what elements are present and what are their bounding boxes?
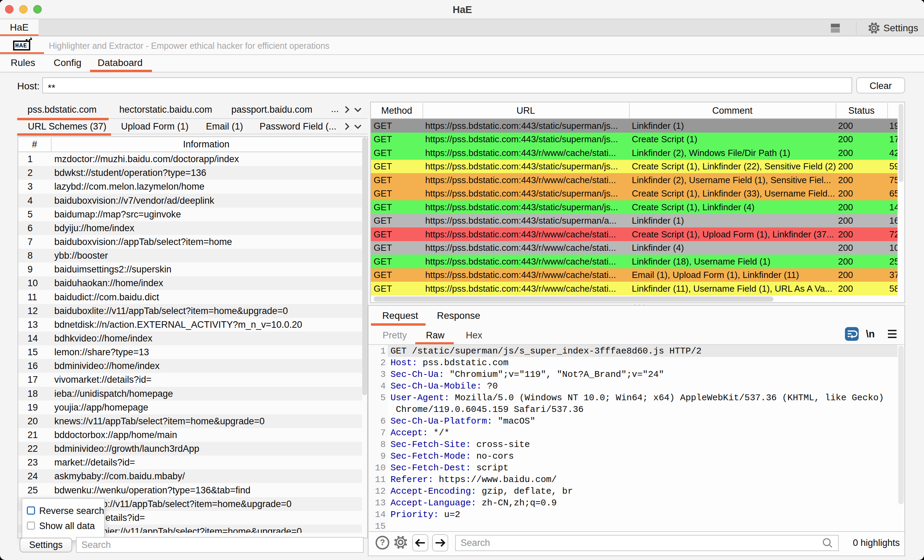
svg-text:?: ? [380, 538, 385, 547]
